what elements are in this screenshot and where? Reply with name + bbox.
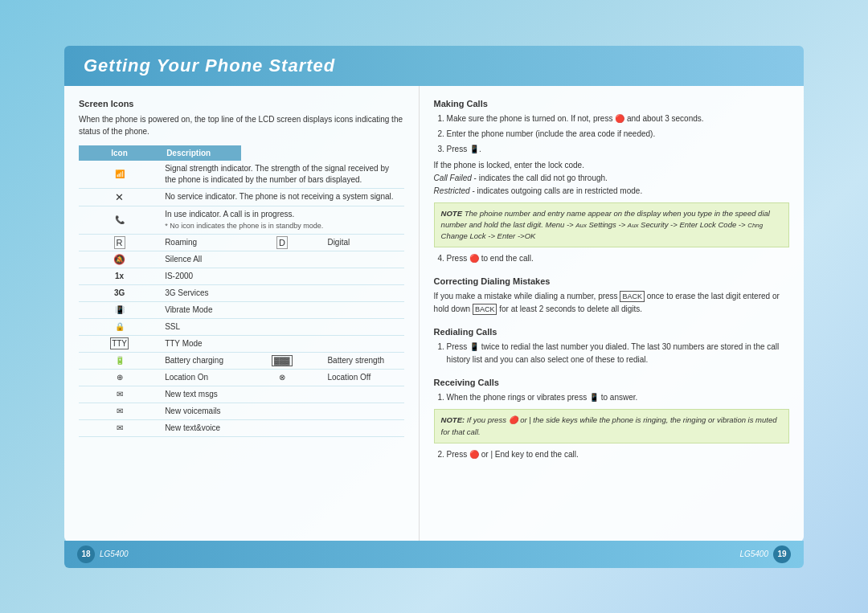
icons-table: Icon Description 📶 Signal strength indic… (79, 145, 404, 437)
list-item: Press 🔴 or | End key to end the call. (447, 448, 789, 461)
correcting-title: Correcting Dialing Mistakes (434, 276, 789, 286)
list-item: When the phone rings or vibrates press 📱… (447, 391, 789, 404)
ssl-icon: 🔒 (115, 322, 125, 331)
note-text: The phoine number and entry name appear … (441, 209, 770, 241)
desc-cell: TTY Mode (160, 335, 403, 352)
signal-icon: 📶 (115, 170, 125, 178)
table-row: 📶 Signal strength indicator. The strengt… (79, 161, 404, 189)
in-use-icon: 📞 (115, 215, 125, 224)
left-panel: Screen Icons When the phone is powered o… (64, 86, 420, 541)
icon-cell: ▓▓▓ (241, 352, 322, 369)
right-model-label: LG5400 (739, 550, 768, 558)
desc-cell: New text&voice (160, 419, 403, 436)
icon-cell: 🔕 (79, 251, 160, 268)
screen-icons-title: Screen Icons (79, 99, 404, 108)
redialing-content: Press 📱 twice to redial the last number … (434, 341, 789, 366)
desc-cell: Digital (322, 234, 403, 251)
icon-cell: 1x (79, 268, 160, 284)
page-title: Getting Your Phone Started (84, 55, 335, 76)
making-calls-note: NOTE The phoine number and entry name ap… (434, 202, 789, 248)
table-row: 🔒 SSL (79, 318, 404, 335)
tty-icon: TTY (110, 337, 129, 349)
desc-cell: Battery charging (160, 352, 241, 369)
desc-cell: No service indicator. The phone is not r… (160, 188, 403, 206)
end-call-icon: 🔴 (469, 254, 479, 263)
left-page-badge: 18 (77, 546, 95, 563)
icon-cell: D (241, 234, 322, 251)
desc-cell: 3G Services (160, 284, 403, 301)
receiving-content: When the phone rings or vibrates press 📱… (434, 391, 789, 404)
icon-cell: ⊗ (241, 369, 322, 386)
icon-cell: ✕ (79, 188, 160, 206)
icon-cell: 🔒 (79, 318, 160, 335)
call-failed-text: Call Failed - indicates the call did not… (434, 172, 789, 185)
correcting-text: If you make a mistake while dialing a nu… (434, 290, 789, 316)
icon-cell: ⊕ (79, 369, 160, 386)
list-item: Enter the phone number (include the area… (447, 128, 789, 141)
list-item: Make sure the phone is turned on. If not… (447, 112, 789, 125)
right-panel: Making Calls Make sure the phone is turn… (420, 86, 804, 541)
answer-icon: 📱 (589, 393, 599, 402)
redial-icon: 📱 (469, 342, 479, 351)
table-row: ✉ New voicemails (79, 403, 404, 419)
table-row: R Roaming D Digital (79, 234, 404, 251)
table-row: ✕ No service indicator. The phone is not… (79, 188, 404, 206)
icon-cell: 📳 (79, 301, 160, 318)
receiving-step2: Press 🔴 or | End key to end the call. (434, 448, 789, 461)
power-icon: 🔴 (615, 114, 624, 123)
end-icon: 🔴 (469, 450, 479, 459)
intro-text: When the phone is powered on, the top li… (79, 113, 404, 137)
receiving-title: Receiving Calls (434, 378, 789, 387)
silence-icon: 🔕 (113, 254, 125, 265)
table-row: ⊕ Location On ⊗ Location Off (79, 369, 404, 386)
making-calls-title: Making Calls (434, 99, 789, 108)
icon-cell: R (79, 234, 160, 251)
new-text-icon: ✉ (117, 390, 123, 398)
location-on-icon: ⊕ (117, 373, 123, 382)
digital-icon: D (276, 236, 288, 249)
desc-cell: Silence All (160, 251, 403, 268)
making-calls-content: Make sure the phone is turned on. If not… (434, 112, 789, 198)
desc-cell: New text msgs (160, 386, 403, 403)
text-voice-icon: ✉ (117, 423, 123, 432)
roaming-icon: R (114, 236, 125, 249)
desc-cell: SSL (160, 318, 403, 335)
table-row: 1x IS-2000 (79, 268, 404, 284)
redialing-title: Redialing Calls (434, 327, 789, 337)
icon-cell: TTY (79, 335, 160, 352)
desc-cell: Location On (160, 369, 241, 386)
table-row: 3G 3G Services (79, 284, 404, 301)
desc-cell: Signal strength indicator. The strength … (160, 161, 403, 189)
call-icon: 📱 (469, 145, 479, 153)
making-calls-section: Making Calls Make sure the phone is turn… (434, 99, 789, 266)
col-icon-header: Icon (79, 145, 160, 161)
redialing-section: Redialing Calls Press 📱 twice to redial … (434, 327, 789, 366)
list-item: Press 📱 twice to redial the last number … (447, 341, 789, 366)
3g-icon: 3G (114, 288, 125, 297)
battery-strength-icon: ▓▓▓ (272, 355, 293, 366)
battery-charging-icon: 🔋 (115, 356, 125, 365)
receiving-note-text: If you press 🔴 or | the side keys while … (441, 415, 777, 435)
note-label: NOTE (441, 209, 462, 218)
left-model-label: LG5400 (100, 550, 129, 558)
note-label2: NOTE: (441, 415, 465, 424)
icon-cell: 🔋 (79, 352, 160, 369)
footer-left: 18 LG5400 (77, 546, 129, 563)
desc-cell: Roaming (160, 234, 241, 251)
right-page-badge: 19 (773, 546, 791, 563)
step4-text: Press 🔴 to end the call. (434, 252, 789, 265)
icon-cell: 📞 (79, 206, 160, 234)
desc-cell: Location Off (322, 369, 403, 386)
back-key-icon2: BACK (473, 304, 497, 315)
table-row: ✉ New text msgs (79, 386, 404, 403)
back-key-icon: BACK (620, 291, 645, 302)
desc-cell: IS-2000 (160, 268, 403, 284)
icon-cell: ✉ (79, 386, 160, 403)
table-row: TTY TTY Mode (79, 335, 404, 352)
table-row: ✉ New text&voice (79, 419, 404, 436)
icon-cell: 📶 (79, 161, 160, 189)
receiving-section: Receiving Calls When the phone rings or … (434, 378, 789, 461)
title-bar: Getting Your Phone Started (64, 46, 804, 86)
is2000-icon: 1x (115, 272, 124, 280)
icon-cell: 3G (79, 284, 160, 301)
